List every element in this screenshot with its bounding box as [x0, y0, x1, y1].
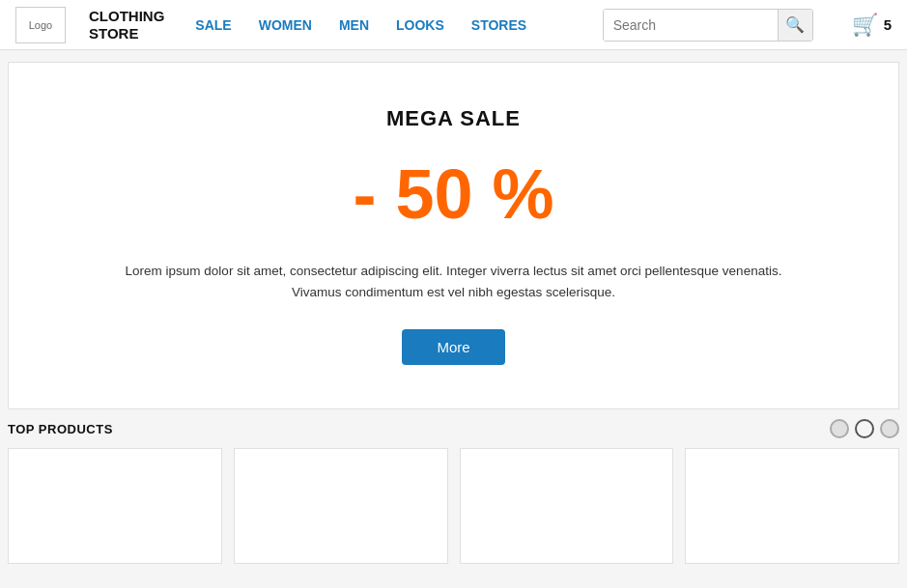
products-header: TOP PRODUCTS — [8, 419, 899, 438]
cart-count: 5 — [884, 16, 892, 33]
banner-discount: - 50 % — [353, 154, 553, 234]
products-section: TOP PRODUCTS — [0, 409, 907, 564]
carousel-dots — [830, 419, 899, 438]
main-nav: SALE WOMEN MEN LOOKS STORES — [195, 17, 526, 33]
products-title: TOP PRODUCTS — [8, 422, 113, 436]
banner-description: Lorem ipsum dolor sit amet, consectetur … — [116, 261, 792, 302]
logo: Logo — [15, 7, 66, 43]
store-name: CLOTHING STORE — [89, 8, 164, 42]
banner-section: MEGA SALE - 50 % Lorem ipsum dolor sit a… — [8, 62, 899, 409]
cart-area[interactable]: 🛒 5 — [852, 13, 892, 38]
nav-men[interactable]: MEN — [339, 17, 369, 33]
site-header: Logo CLOTHING STORE SALE WOMEN MEN LOOKS… — [0, 0, 907, 50]
product-card-1[interactable] — [8, 448, 222, 564]
product-grid — [8, 448, 899, 564]
nav-sale[interactable]: SALE — [195, 17, 231, 33]
product-card-3[interactable] — [460, 448, 674, 564]
cart-icon: 🛒 — [852, 13, 878, 38]
more-button[interactable]: More — [402, 329, 504, 365]
nav-looks[interactable]: LOOKS — [396, 17, 444, 33]
search-button[interactable]: 🔍 — [778, 10, 812, 41]
nav-women[interactable]: WOMEN — [259, 17, 312, 33]
carousel-dot-1[interactable] — [830, 419, 849, 438]
nav-stores[interactable]: STORES — [471, 17, 526, 33]
product-card-4[interactable] — [685, 448, 899, 564]
search-input[interactable] — [604, 10, 778, 41]
search-icon: 🔍 — [785, 15, 805, 34]
carousel-dot-2[interactable] — [855, 419, 874, 438]
carousel-dot-3[interactable] — [880, 419, 899, 438]
product-card-2[interactable] — [234, 448, 448, 564]
banner-title: MEGA SALE — [386, 106, 521, 131]
search-container: 🔍 — [603, 9, 813, 42]
